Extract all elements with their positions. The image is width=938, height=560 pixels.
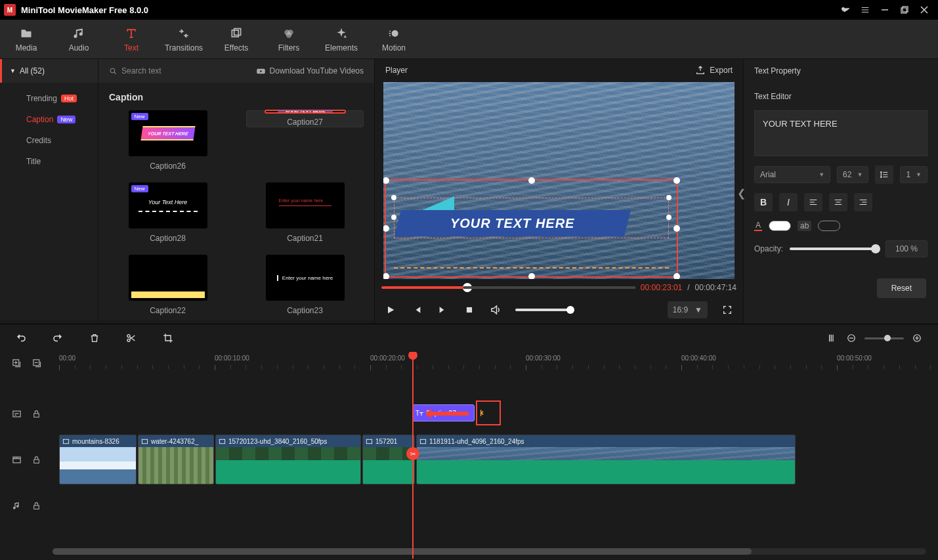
stop-button[interactable] xyxy=(463,303,476,316)
video-track[interactable]: mountains-8326water-4243762_15720123-uhd… xyxy=(53,433,938,486)
text-track[interactable]: Tᴛ Caption27 xyxy=(53,394,938,433)
category-credits[interactable]: Credits xyxy=(0,130,98,151)
opacity-value-box[interactable]: 100 % xyxy=(885,240,927,257)
caption-thumb-22[interactable]: Caption22 xyxy=(109,255,226,315)
lock-icon[interactable] xyxy=(32,456,41,464)
maximize-button[interactable] xyxy=(895,0,914,20)
caption-selection-box[interactable]: YOUR TEXT HERE xyxy=(385,179,678,278)
svg-rect-21 xyxy=(34,505,39,508)
audio-track[interactable] xyxy=(53,486,938,525)
split-button[interactable] xyxy=(125,332,138,345)
align-right-button[interactable] xyxy=(854,193,872,211)
font-size-select[interactable]: 62▼ xyxy=(837,166,868,183)
ribbon-motion-label: Motion xyxy=(382,43,406,53)
auto-fit-button[interactable] xyxy=(825,332,838,345)
category-header[interactable]: ▼ All (52) xyxy=(0,59,98,83)
scissors-icon[interactable]: ✂ xyxy=(406,447,419,460)
caption-thumb-28[interactable]: NewYour Text Here Caption28 xyxy=(109,183,226,243)
add-track-button[interactable] xyxy=(12,358,22,368)
highlight-icon[interactable]: ab xyxy=(798,221,811,231)
ribbon-audio[interactable]: Audio xyxy=(53,20,105,58)
category-trending[interactable]: TrendingHot xyxy=(0,88,98,109)
video-clip[interactable]: mountains-8326 xyxy=(59,435,137,485)
download-youtube-label: Download YouTube Videos xyxy=(270,66,364,75)
trim-handle-icon[interactable] xyxy=(478,403,487,423)
ribbon-media[interactable]: Media xyxy=(0,20,53,58)
text-editor-label: Text Editor xyxy=(754,92,927,101)
category-sidebar: ▼ All (52) TrendingHot CaptionNew Credit… xyxy=(0,59,98,320)
ribbon-filters[interactable]: Filters xyxy=(263,20,315,58)
align-left-button[interactable] xyxy=(804,193,822,211)
text-library-panel: ▼ All (52) TrendingHot CaptionNew Credit… xyxy=(0,59,374,324)
video-clip[interactable]: 1181911-uhd_4096_2160_24fps xyxy=(416,435,796,485)
download-youtube-link[interactable]: Download YouTube Videos xyxy=(256,66,364,76)
ribbon-text[interactable]: Text xyxy=(105,20,158,58)
caption-thumb-21[interactable]: Enter your name here Caption21 xyxy=(246,183,364,243)
zoom-out-button[interactable] xyxy=(845,332,858,345)
category-title[interactable]: Title xyxy=(0,151,98,172)
ribbon-effects-label: Effects xyxy=(224,43,248,53)
fullscreen-button[interactable] xyxy=(721,303,734,316)
category-caption[interactable]: CaptionNew xyxy=(0,109,98,130)
lock-icon[interactable] xyxy=(32,410,41,418)
caption-thumb-26[interactable]: NewYOUR TEXT HERE Caption26 xyxy=(109,110,226,171)
video-clip[interactable]: 157201 xyxy=(362,435,415,485)
video-clip[interactable]: 15720123-uhd_3840_2160_50fps xyxy=(215,435,361,485)
crop-button[interactable] xyxy=(161,332,175,345)
opacity-slider[interactable] xyxy=(790,248,879,250)
export-button[interactable]: Export xyxy=(695,65,733,75)
player-stage[interactable]: YOUR TEXT HERE ❮ xyxy=(375,82,743,279)
zoom-in-button[interactable] xyxy=(910,332,924,345)
bold-button[interactable]: B xyxy=(754,193,773,211)
player-title: Player xyxy=(385,66,408,75)
volume-slider[interactable] xyxy=(515,309,574,311)
ribbon-transitions[interactable]: Transitions xyxy=(158,20,210,58)
caption-thumb-23[interactable]: Enter your name here Caption23 xyxy=(246,255,364,315)
svg-rect-10 xyxy=(467,307,472,312)
expand-panel-icon[interactable]: ❮ xyxy=(736,181,746,207)
remove-track-button[interactable] xyxy=(32,358,42,368)
video-clip[interactable]: water-4243762_ xyxy=(138,435,214,485)
playhead[interactable]: ✂ xyxy=(412,352,414,559)
ribbon-effects[interactable]: Effects xyxy=(210,20,263,58)
caption-thumb-27[interactable]: NewYOUR TEXT HERE Caption27 xyxy=(246,110,364,127)
text-editor[interactable]: YOUR TEXT HERE xyxy=(754,110,927,156)
next-button[interactable] xyxy=(437,303,450,316)
menu-icon[interactable] xyxy=(855,0,875,20)
font-color-icon[interactable]: A xyxy=(754,221,762,231)
play-button[interactable] xyxy=(384,303,397,316)
reset-button[interactable]: Reset xyxy=(877,278,926,298)
lock-icon[interactable] xyxy=(32,502,41,510)
italic-button[interactable]: I xyxy=(779,193,798,211)
undo-button[interactable] xyxy=(14,332,28,345)
ribbon-motion[interactable]: Motion xyxy=(368,20,420,58)
thumb-label: Caption22 xyxy=(150,306,186,315)
font-color-swatch[interactable] xyxy=(769,221,791,231)
music-note-icon xyxy=(72,26,85,41)
svg-rect-0 xyxy=(901,8,906,13)
search-input[interactable]: Search text xyxy=(109,66,161,75)
font-select[interactable]: Arial▼ xyxy=(754,166,830,183)
delete-button[interactable] xyxy=(88,332,101,345)
thumb-preview-text: Your Text Here xyxy=(148,199,188,205)
align-center-button[interactable] xyxy=(829,193,847,211)
license-key-icon[interactable] xyxy=(836,0,855,20)
video-preview: YOUR TEXT HERE xyxy=(383,82,735,279)
caption-banner[interactable]: YOUR TEXT HERE xyxy=(394,210,631,236)
zoom-slider[interactable] xyxy=(864,337,904,339)
volume-icon[interactable] xyxy=(489,303,502,316)
time-ruler[interactable]: 00:0000:00:10:0000:00:20:0000:00:30:0000… xyxy=(53,352,938,374)
minimize-button[interactable] xyxy=(875,0,895,20)
seek-bar[interactable]: 00:00:23:01 / 00:00:47:14 xyxy=(375,279,743,295)
line-height-select[interactable]: 1▼ xyxy=(900,166,927,183)
ribbon-elements[interactable]: Elements xyxy=(315,20,368,58)
redo-button[interactable] xyxy=(51,332,64,345)
text-clip[interactable]: Tᴛ Caption27 xyxy=(412,404,475,421)
prev-button[interactable] xyxy=(410,303,423,316)
app-logo: M xyxy=(4,4,16,16)
aspect-ratio-select[interactable]: 16:9 ▼ xyxy=(668,301,708,318)
timeline-tracks[interactable]: 00:0000:00:10:0000:00:20:0000:00:30:0000… xyxy=(53,352,938,559)
timeline-scrollbar[interactable] xyxy=(53,548,926,555)
close-button[interactable] xyxy=(914,0,934,20)
highlight-color-swatch[interactable] xyxy=(818,221,840,231)
